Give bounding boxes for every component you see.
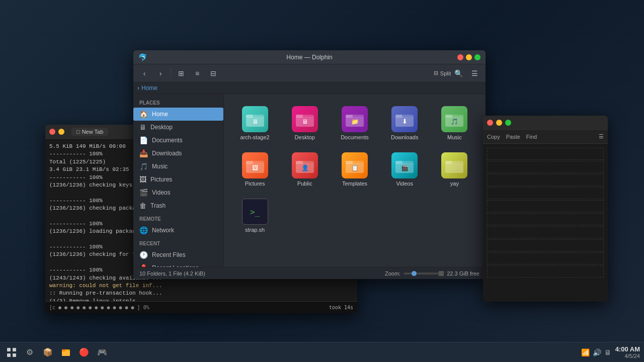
svg-text:🖥: 🖥 — [302, 118, 308, 125]
svg-text:⬇: ⬇ — [402, 118, 408, 125]
file-name-desktop: Desktop — [295, 134, 315, 140]
sidebar-item-network[interactable]: 🌐 Network — [133, 224, 223, 237]
view-list-btn[interactable]: ≡ — [190, 67, 204, 80]
file-item-videos[interactable]: 🎬 Videos — [382, 148, 428, 191]
folder-icon-templates: 📋 — [342, 152, 368, 178]
svg-text:🖥: 🖥 — [252, 118, 258, 125]
svg-rect-2 — [246, 115, 253, 118]
taskbar-settings-btn[interactable]: ⚙ — [22, 345, 37, 360]
taskbar-apps-grid[interactable] — [4, 345, 19, 360]
taskbar-right: 📶 🔊 🖥 4:00 AM 4/5/24 — [581, 345, 640, 359]
terminal-status: [c ● ● ● ● ● ● ● ● ● ● ● ● ● ] 0% — [49, 305, 149, 310]
file-item-public[interactable]: 👤 Public — [282, 148, 328, 191]
sidebar-item-home-label: Home — [152, 111, 168, 118]
taskbar-left: ⚙ 📦 🔴 🎮 — [4, 345, 110, 360]
taskbar-files-btn[interactable] — [58, 345, 73, 360]
forward-button[interactable]: › — [153, 67, 168, 80]
folder-icon-public: 👤 — [292, 152, 318, 178]
zoom-control[interactable]: Zoom: 22.3 GiB free — [385, 270, 479, 277]
dolphin-min-btn[interactable] — [466, 54, 472, 60]
sidebar-section-recent: Recent — [133, 239, 223, 248]
dolphin-close-btn[interactable] — [457, 54, 463, 60]
file-name-templates: Templates — [342, 180, 367, 187]
sidebar-item-music[interactable]: 🎵 Music — [133, 160, 223, 173]
svg-rect-18 — [445, 115, 452, 118]
view-compact-btn[interactable]: ⊟ — [206, 67, 220, 80]
desktop-icon: 🖥 — [139, 123, 146, 131]
terminal2-line-7 — [487, 226, 604, 238]
sidebar-item-documents[interactable]: 📄 Documents — [133, 134, 223, 147]
zoom-slider[interactable] — [404, 273, 444, 275]
sidebar-section-places: Places — [133, 98, 223, 108]
sidebar-item-pictures[interactable]: 🖼 Pictures — [133, 173, 223, 186]
dolphin-main-area: 🖥 arch-stage2 🖥 — [224, 94, 486, 267]
sidebar-item-recent-locations[interactable]: 📍 Recent Locations — [133, 261, 223, 267]
music-icon: 🎵 — [139, 162, 148, 170]
file-item-documents[interactable]: 📁 Documents — [332, 102, 377, 144]
zoom-slider-thumb[interactable] — [412, 271, 417, 276]
sidebar-item-downloads-label: Downloads — [152, 150, 182, 157]
search-btn[interactable]: 🔍 — [451, 67, 465, 80]
sidebar-item-home[interactable]: 🏠 Home — [133, 108, 223, 121]
zoom-slider-right — [439, 271, 444, 276]
file-item-arch-stage2[interactable]: 🖥 arch-stage2 — [232, 102, 278, 144]
taskbar-screen-icon: 🖥 — [604, 348, 611, 356]
sidebar-item-downloads[interactable]: 📥 Downloads — [133, 147, 223, 160]
terminal2-paste-btn[interactable]: Paste — [506, 134, 520, 140]
taskbar: ⚙ 📦 🔴 🎮 📶 🔊 🖥 4:00 AM 4/5/24 — [0, 342, 644, 362]
taskbar-clock[interactable]: 4:00 AM 4/5/24 — [615, 345, 640, 359]
sidebar-item-desktop[interactable]: 🖥 Desktop — [133, 121, 223, 134]
pictures-icon: 🖼 — [139, 175, 146, 184]
file-item-pictures[interactable]: 🖼 Pictures — [232, 148, 278, 191]
terminal2-close-btn[interactable] — [487, 120, 493, 126]
sidebar-item-trash-label: Trash — [150, 202, 166, 209]
terminal-tabs: □ New Tab — [71, 128, 108, 136]
terminal-minimize-btn[interactable] — [58, 129, 64, 135]
terminal2-max-btn[interactable] — [505, 120, 511, 126]
folder-icon-desktop: 🖥 — [292, 106, 318, 132]
svg-text:🎵: 🎵 — [451, 118, 458, 125]
sidebar-item-desktop-label: Desktop — [150, 124, 173, 131]
file-name-downloads: Downloads — [391, 134, 418, 140]
split-btn[interactable]: ⊟ Split — [435, 67, 449, 80]
sidebar-item-videos[interactable]: 🎬 Videos — [133, 186, 223, 199]
terminal2-line-1 — [487, 148, 604, 160]
sidebar-item-recent-files[interactable]: 🕐 Recent Files — [133, 248, 223, 261]
dolphin-window: 🐬 Home — Dolphin ‹ › ⊞ ≡ ⊟ ⊟ Split 🔍 ☰ — [133, 50, 486, 279]
home-icon: 🏠 — [139, 110, 148, 118]
terminal2-find-btn[interactable]: Find — [526, 134, 537, 140]
terminal2-copy-btn[interactable]: Copy — [487, 134, 500, 140]
terminal2-menu-btn[interactable]: ☰ — [599, 133, 604, 140]
back-button[interactable]: ‹ — [137, 67, 151, 80]
dolphin-max-btn[interactable] — [474, 54, 480, 60]
terminal2-min-btn[interactable] — [496, 120, 502, 126]
menu-btn[interactable]: ☰ — [467, 67, 481, 80]
taskbar-browser-btn[interactable]: 🔴 — [76, 345, 92, 360]
folder-icon-pictures: 🖼 — [242, 152, 268, 178]
toolbar-separator-1 — [171, 68, 171, 78]
network-icon: 🌐 — [139, 226, 148, 234]
sidebar-item-network-label: Network — [152, 227, 174, 234]
free-space: 22.3 GiB free — [447, 270, 479, 277]
taskbar-package-btn[interactable]: 📦 — [40, 345, 55, 360]
file-item-yay[interactable]: yay — [432, 148, 477, 191]
statusbar-info: 10 Folders, 1 File (4.2 KiB) — [139, 270, 205, 277]
file-name-music: Music — [447, 134, 462, 140]
folder-icon-yay — [441, 152, 467, 178]
breadcrumb-home[interactable]: Home — [141, 84, 157, 92]
file-item-templates[interactable]: 📋 Templates — [332, 148, 377, 191]
taskbar-media-btn[interactable]: 🎮 — [95, 345, 110, 360]
file-item-downloads[interactable]: ⬇ Downloads — [382, 102, 428, 144]
svg-rect-37 — [445, 163, 463, 173]
view-icons-btn[interactable]: ⊞ — [174, 67, 188, 80]
file-item-strap-sh[interactable]: >_ strap.sh — [232, 195, 278, 237]
desktop: □ New Tab Split View Split View ▾ 5.5 Ki… — [0, 0, 644, 362]
terminal-tab-new[interactable]: □ New Tab — [71, 128, 108, 136]
zoom-label: Zoom: — [385, 270, 400, 277]
sidebar-item-trash[interactable]: 🗑 Trash — [133, 199, 223, 212]
terminal-close-btn[interactable] — [49, 129, 55, 135]
file-item-desktop[interactable]: 🖥 Desktop — [282, 102, 328, 144]
file-item-music[interactable]: 🎵 Music — [432, 102, 477, 144]
sidebar-item-pictures-label: Pictures — [150, 176, 172, 183]
folder-icon-videos: 🎬 — [391, 152, 418, 178]
